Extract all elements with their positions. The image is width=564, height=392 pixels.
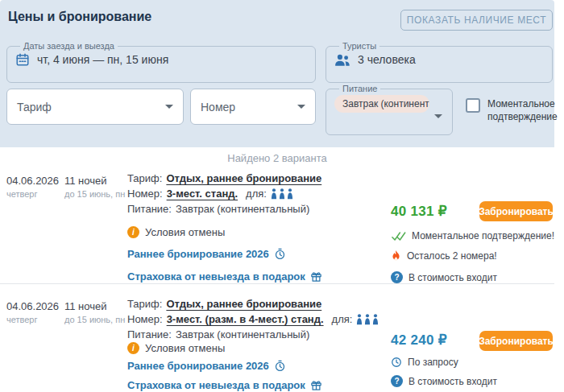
insurance-gift-link[interactable]: Страховка от невыезда в подарок (127, 270, 322, 283)
tariff-link[interactable]: Отдых, раннее бронирование (166, 172, 321, 184)
tariff-label: Тариф: (127, 172, 162, 184)
double-check-icon (391, 231, 406, 241)
room-label: Номер: (127, 313, 163, 325)
nights-count: 11 ночей (64, 300, 107, 312)
book-button[interactable]: Забронировать (479, 201, 553, 221)
instant-confirmation-checkbox[interactable]: Моментальное подтверждение (466, 98, 564, 123)
meal-select[interactable]: Питание Завтрак (континента (326, 84, 453, 135)
meal-chip[interactable]: Завтрак (континента (334, 95, 429, 113)
question-icon (391, 375, 403, 387)
status-rooms-left: Осталось 2 номера! (391, 250, 497, 262)
guest-icons (356, 314, 379, 325)
show-availability-button[interactable]: ПОКАЗАТЬ НАЛИЧИЕ МЕСТ (400, 10, 553, 31)
for-label: для: (246, 188, 267, 200)
status-text: По запросу (408, 357, 458, 368)
tariff-select-placeholder: Тариф (17, 101, 52, 113)
question-icon (391, 271, 403, 283)
room-link[interactable]: 3-мест. станд. (167, 188, 238, 200)
dates-field[interactable]: Даты заезда и выезда чт, 4 июня — пн, 15… (6, 41, 316, 83)
gift-icon (310, 379, 322, 391)
result-row: 04.06.2026 четверг 11 ночей до 15 июнь, … (0, 296, 554, 392)
tariff-link[interactable]: Отдых, раннее бронирование (166, 298, 321, 310)
checkin-date: 04.06.2026 (6, 300, 59, 312)
checkin-date: 04.06.2026 (6, 175, 59, 187)
stopwatch-icon (274, 360, 286, 372)
person-icon (356, 314, 363, 325)
early-booking-label: Раннее бронирование 2026 (127, 248, 269, 260)
price-includes-link[interactable]: В стоимость входит (391, 271, 497, 283)
tourists-field-label: Туристы (339, 41, 379, 51)
guest-icons (271, 188, 293, 200)
insurance-gift-link[interactable]: Страховка от невыезда в подарок (127, 379, 322, 391)
insurance-gift-label: Страховка от невыезда в подарок (127, 379, 305, 391)
instant-confirmation-label: Моментальное подтверждение (487, 98, 564, 123)
calendar-icon (15, 52, 30, 67)
person-icon (279, 188, 285, 200)
meal-field-label: Питание (339, 84, 380, 93)
page-title: Цены и бронирование (8, 10, 151, 24)
for-label: для: (332, 313, 353, 325)
checkin-weekday: четверг (6, 315, 38, 324)
room-select[interactable]: Номер (190, 89, 316, 125)
chevron-down-icon (297, 105, 305, 109)
chevron-down-icon (434, 114, 442, 118)
early-booking-label: Раннее бронирование 2026 (127, 360, 269, 372)
status-instant-confirmation: Моментальное подтверждение! (391, 230, 554, 241)
checkout-info: до 15 июнь, пн (64, 189, 125, 199)
room-label: Номер: (127, 188, 163, 200)
status-text: Моментальное подтверждение! (412, 230, 554, 241)
nights-count: 11 ночей (64, 175, 107, 187)
cancel-terms-label: Условия отмены (145, 226, 225, 238)
info-icon (127, 342, 139, 354)
book-button[interactable]: Забронировать (479, 331, 553, 351)
status-text: Осталось 2 номера! (407, 250, 497, 262)
checkin-weekday: четверг (6, 189, 38, 199)
stopwatch-icon (274, 248, 286, 260)
offer-details: Тариф: Отдых, раннее бронирование Номер:… (127, 171, 321, 217)
tourists-field[interactable]: Туристы 3 человека (326, 41, 553, 83)
meal-label: Питание: (127, 328, 172, 340)
early-booking-link[interactable]: Раннее бронирование 2026 (127, 248, 286, 260)
offer-details: Тариф: Отдых, раннее бронирование Номер:… (127, 296, 379, 342)
tariff-label: Тариф: (127, 298, 162, 310)
status-on-request: По запросу (391, 357, 458, 368)
fire-icon (391, 250, 401, 262)
person-icon (364, 314, 371, 325)
room-select-placeholder: Номер (201, 101, 235, 113)
person-icon (271, 188, 277, 200)
gift-icon (310, 270, 322, 283)
filters-panel: Цены и бронирование ПОКАЗАТЬ НАЛИЧИЕ МЕС… (0, 0, 554, 147)
person-icon (372, 314, 379, 325)
cancel-terms-label: Условия отмены (145, 342, 225, 354)
info-icon (127, 226, 139, 238)
tourists-value: 3 человека (358, 53, 416, 66)
meal-value: Завтрак (континентальный) (176, 203, 309, 215)
cancel-terms-link[interactable]: Условия отмены (127, 342, 225, 354)
insurance-gift-label: Страховка от невыезда в подарок (127, 270, 305, 283)
people-icon (334, 52, 350, 67)
early-booking-link[interactable]: Раннее бронирование 2026 (127, 360, 286, 372)
result-row: 04.06.2026 четверг 11 ночей до 15 июнь, … (0, 171, 554, 283)
checkbox-icon[interactable] (466, 98, 480, 113)
prices-booking-page: Цены и бронирование ПОКАЗАТЬ НАЛИЧИЕ МЕС… (0, 0, 564, 392)
dates-value: чт, 4 июня — пн, 15 июня (37, 53, 168, 66)
price-includes-label: В стоимость входит (408, 376, 497, 387)
room-link[interactable]: 3-мест. (разм. в 4-мест.) станд. (167, 313, 324, 325)
price-includes-link[interactable]: В стоимость входит (391, 375, 497, 387)
meal-value: Завтрак (континентальный) (176, 328, 309, 340)
meal-label: Питание: (127, 203, 172, 215)
price-includes-label: В стоимость входит (408, 272, 497, 283)
chevron-down-icon (165, 105, 173, 109)
dates-field-label: Даты заезда и выезда (20, 41, 118, 51)
offer-price: 42 240 ₽ (391, 332, 447, 349)
offer-price: 40 131 ₽ (391, 203, 447, 220)
tariff-select[interactable]: Тариф (6, 89, 184, 125)
cancel-terms-link[interactable]: Условия отмены (127, 226, 225, 238)
person-icon (287, 188, 293, 200)
clock-icon (391, 357, 402, 368)
checkout-info: до 15 июнь, пн (64, 315, 125, 324)
row-divider (0, 283, 554, 284)
results-count: Найдено 2 варианта (0, 152, 554, 164)
